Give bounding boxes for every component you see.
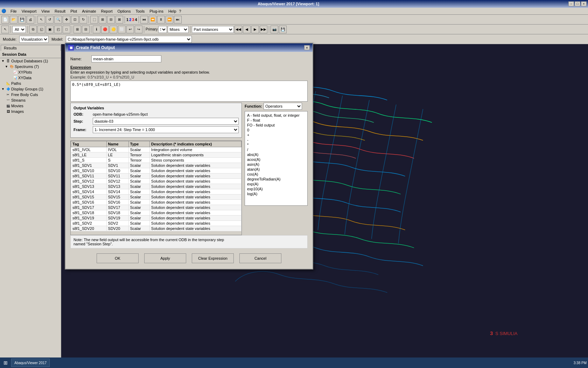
operator-item[interactable]: acos(A)	[246, 157, 306, 162]
anim-next-button[interactable]: ⏩	[166, 16, 173, 23]
function-select[interactable]: Operators	[264, 103, 302, 110]
mesh-button1[interactable]: ⊞	[74, 26, 81, 33]
operator-item[interactable]: log(A)	[246, 191, 306, 196]
menu-animate[interactable]: Animate	[80, 9, 98, 14]
pi-prev2[interactable]: ◀	[243, 26, 251, 33]
frame-select[interactable]: 1- Increment 24: Step Time = 1.000	[93, 126, 239, 133]
render-button1[interactable]: ◱	[37, 26, 45, 33]
clear-expression-button[interactable]: Clear Expression	[192, 253, 234, 263]
table-row[interactable]: s8f1_SDV13SDV13ScalarSolution dependent …	[71, 184, 241, 189]
operator-item[interactable]: +	[246, 132, 306, 137]
view2-button[interactable]: ⊞	[99, 16, 106, 23]
table-row[interactable]: s8f1_SDV11SDV11ScalarSolution dependent …	[71, 173, 241, 179]
cancel-button[interactable]: Cancel	[239, 253, 281, 263]
anim-prev-button[interactable]: ⏪	[149, 16, 156, 23]
operator-item[interactable]: exp10(A)	[246, 186, 306, 191]
maximize-button[interactable]: □	[575, 1, 580, 6]
operator-item[interactable]: -	[246, 137, 306, 142]
operator-item[interactable]: asin(A)	[246, 162, 306, 167]
operator-item[interactable]: cos(A)	[246, 172, 306, 177]
color-button1[interactable]: 🔴	[101, 26, 109, 33]
variable-table-container[interactable]: Tag Name Type Description (* indicates c…	[70, 141, 242, 235]
apply-button[interactable]: Apply	[144, 253, 186, 263]
primary-select[interactable]: S	[158, 26, 167, 33]
menu-file[interactable]: File	[8, 9, 19, 14]
pi-prev[interactable]: ◀◀	[234, 26, 242, 33]
part-instances-select[interactable]: Part instances	[192, 26, 234, 33]
anim-end-button[interactable]: ⏭	[174, 16, 182, 23]
table-row[interactable]: s8f1_SDV2SDV2ScalarSolution dependent st…	[71, 221, 241, 226]
new-button[interactable]: 📄	[1, 16, 9, 23]
table-row[interactable]: s8f1_SDV14SDV14ScalarSolution dependent …	[71, 189, 241, 195]
zoom-button[interactable]: 🔍	[54, 16, 62, 23]
table-row[interactable]: s8f1_SDV10SDV10ScalarSolution dependent …	[71, 168, 241, 173]
sidebar-item-paths[interactable]: 📐 Paths	[0, 81, 61, 86]
render-button2[interactable]: ▣	[46, 26, 54, 33]
table-row[interactable]: s8f1_SDV19SDV19ScalarSolution dependent …	[71, 216, 241, 221]
operator-item[interactable]: exp(A)	[246, 182, 306, 186]
taskbar-item[interactable]: Abaqus/Viewer 2017	[11, 359, 50, 367]
fit-button[interactable]: ⊡	[71, 16, 79, 23]
table-row[interactable]: s8f1_SDV18SDV18ScalarSolution dependent …	[71, 210, 241, 216]
menu-viewport[interactable]: Viewport	[20, 9, 39, 14]
anim-start-button[interactable]: ⏮	[140, 16, 148, 23]
color-button2[interactable]: 🟡	[110, 26, 117, 33]
table-row[interactable]: s8f1_SSTensorStress components	[71, 158, 241, 163]
view4-button[interactable]: ⊠	[115, 16, 123, 23]
view1-button[interactable]: ⬚	[90, 16, 98, 23]
operator-item[interactable]: 0	[246, 128, 306, 132]
table-row[interactable]: s8f1_SDV16SDV16ScalarSolution dependent …	[71, 200, 241, 205]
view3-button[interactable]: ⊟	[107, 16, 115, 23]
nav-button1[interactable]: ↖	[37, 16, 45, 23]
model-select[interactable]: C:/AbaqusTemp/open-frame-fatigue-v25mm-9…	[66, 36, 192, 43]
pan-button[interactable]: ✥	[63, 16, 70, 23]
render-button4[interactable]: □	[63, 26, 70, 33]
menu-tools[interactable]: Tools	[133, 9, 147, 14]
select-button[interactable]: ↖	[1, 26, 9, 33]
operator-item[interactable]: F - float	[246, 118, 306, 123]
menu-help[interactable]: Help	[166, 9, 178, 14]
anim-stop-button[interactable]: ⏸	[157, 16, 165, 23]
undo-button[interactable]: ↩	[126, 26, 134, 33]
sidebar-item-spectrums[interactable]: ▼ 🎨 Spectrums (7)	[0, 64, 61, 69]
table-row[interactable]: s8f1_IVOLIVOLScalarIntegration point vol…	[71, 147, 241, 152]
start-button[interactable]: ⊞	[1, 359, 10, 367]
mises-select[interactable]: Mises	[168, 26, 189, 33]
table-row[interactable]: s8f1_SDV15SDV15ScalarSolution dependent …	[71, 195, 241, 200]
sidebar-item-output-db[interactable]: ▼ 🗄 Output Databases (1)	[0, 58, 61, 64]
table-row[interactable]: s8f1_LELETensorLogarithmic strain compon…	[71, 152, 241, 158]
operator-item[interactable]: A - field output, float, or integer	[246, 113, 306, 118]
operator-item[interactable]: abs(A)	[246, 152, 306, 157]
save2-button[interactable]: 💾	[279, 26, 287, 33]
sidebar-item-xyplots[interactable]: 📈 XYPlots	[0, 69, 61, 75]
title-bar-buttons[interactable]: − □ ×	[568, 1, 587, 6]
open-button[interactable]: 📂	[10, 16, 18, 23]
module-select[interactable]: Visualization	[19, 36, 49, 43]
menu-plugins[interactable]: Plug-ins	[147, 9, 166, 14]
operator-item[interactable]: degreeToRadian(A)	[246, 177, 306, 182]
dialog-close-button[interactable]: ×	[304, 45, 310, 50]
menu-result[interactable]: Result	[52, 9, 68, 14]
print-button[interactable]: 🖨	[27, 16, 34, 23]
step-select[interactable]: diastole-03	[93, 118, 239, 125]
operator-item[interactable]: *	[246, 142, 306, 147]
sidebar-item-free-body-cuts[interactable]: ✂ Free Body Cuts	[0, 92, 61, 97]
results-tab[interactable]: Results	[1, 45, 61, 51]
copy-button[interactable]: ⧉	[29, 26, 37, 33]
menu-view[interactable]: View	[39, 9, 52, 14]
color-button3[interactable]: ⬜	[118, 26, 126, 33]
info-button[interactable]: ℹ	[93, 26, 100, 33]
operator-item[interactable]: atan(A)	[246, 167, 306, 172]
operator-item[interactable]: /	[246, 147, 306, 152]
mesh-button2[interactable]: ⊟	[82, 26, 90, 33]
menu-options[interactable]: Options	[115, 9, 133, 14]
ok-button[interactable]: OK	[97, 253, 139, 263]
name-input[interactable]	[91, 55, 161, 62]
minimize-button[interactable]: −	[568, 1, 574, 6]
close-button[interactable]: ×	[581, 1, 587, 6]
table-row[interactable]: s8f1_SDV17SDV17ScalarSolution dependent …	[71, 205, 241, 210]
menu-plot[interactable]: Plot	[68, 9, 79, 14]
pi-next[interactable]: ▶▶	[260, 26, 267, 33]
menu-report[interactable]: Report	[99, 9, 115, 14]
operator-item[interactable]: FO - field output	[246, 123, 306, 128]
